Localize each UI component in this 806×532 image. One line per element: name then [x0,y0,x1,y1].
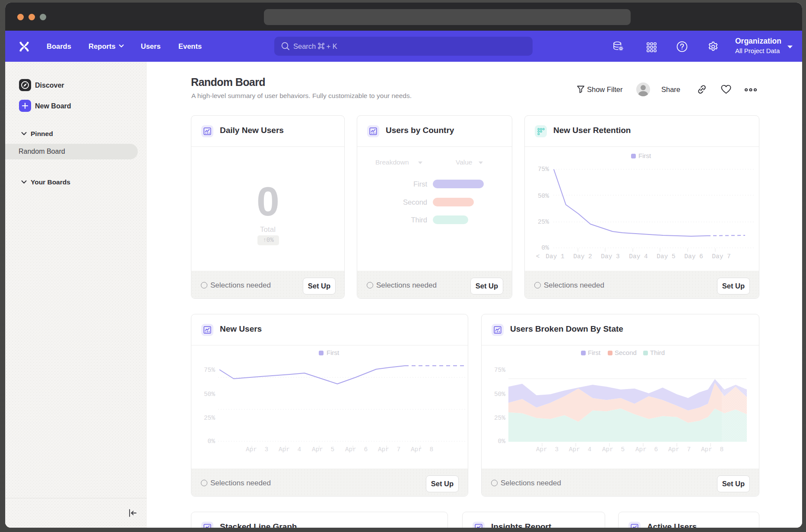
svg-text:First: First [327,349,340,356]
svg-text:25%: 25% [204,415,215,421]
svg-text:Day 6: Day 6 [684,253,703,260]
svg-text:Apr 4: Apr 4 [279,446,301,453]
svg-text:Day 3: Day 3 [601,253,620,260]
svg-text:0%: 0% [542,244,549,251]
svg-text:75%: 75% [494,367,505,374]
svg-text:50%: 50% [538,193,549,200]
svg-text:Day 1: Day 1 [546,253,565,260]
svg-text:Apr 8: Apr 8 [411,446,433,453]
svg-text:Second: Second [615,349,637,356]
svg-text:Apr 7: Apr 7 [668,446,691,453]
svg-text:Apr 6: Apr 6 [635,446,658,453]
svg-text:75%: 75% [204,367,215,374]
svg-text:Apr 5: Apr 5 [602,446,625,453]
svg-text:Apr 4: Apr 4 [569,446,591,453]
svg-text:First: First [638,152,651,159]
svg-text:50%: 50% [204,391,215,398]
svg-text:<: < [536,253,540,260]
svg-text:Apr 8: Apr 8 [701,446,723,453]
svg-text:25%: 25% [494,415,505,421]
svg-text:0%: 0% [498,438,506,445]
svg-text:Day 2: Day 2 [573,253,592,260]
svg-text:Apr 5: Apr 5 [312,446,334,453]
svg-text:0%: 0% [208,438,216,445]
svg-text:50%: 50% [494,391,505,398]
svg-text:Apr 6: Apr 6 [345,446,368,453]
svg-text:25%: 25% [538,218,549,225]
svg-text:Apr 7: Apr 7 [378,446,400,453]
svg-text:Third: Third [650,349,665,356]
svg-text:75%: 75% [538,166,549,173]
svg-text:Day 4: Day 4 [629,253,648,260]
svg-text:Day 5: Day 5 [657,253,676,260]
svg-text:Apr 3: Apr 3 [536,446,558,453]
svg-text:Day 7: Day 7 [712,253,731,260]
svg-text:Apr 3: Apr 3 [246,446,268,453]
svg-text:First: First [588,349,601,356]
